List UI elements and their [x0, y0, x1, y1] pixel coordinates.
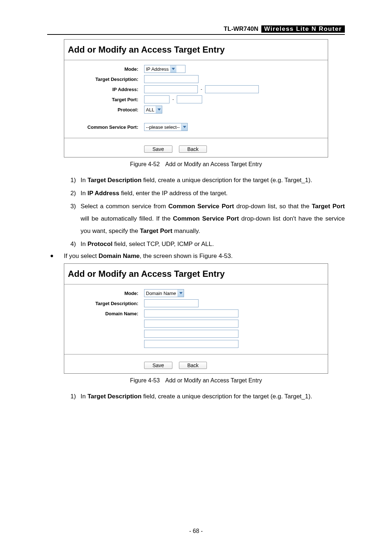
protocol-select-value: ALL	[146, 107, 154, 112]
figure2-caption: Figure 4-53 Add or Modify an Access Targ…	[47, 377, 345, 384]
bullet-note: ● If you select Domain Name, the screen …	[47, 251, 345, 263]
target-description-input[interactable]	[144, 75, 199, 83]
mode-select-value: IP Address	[146, 66, 169, 72]
divider	[64, 354, 328, 354]
svg-marker-2	[183, 126, 186, 128]
svg-marker-3	[179, 292, 183, 294]
mode-select[interactable]: IP Address	[144, 65, 185, 73]
target-description-label: Target Description:	[64, 301, 144, 306]
range-dash: -	[199, 87, 204, 92]
mode-label: Mode:	[64, 291, 144, 296]
instruction-1: In Target Description field, create a un…	[81, 174, 345, 186]
instructions-list-1: 1)In Target Description field, create a …	[47, 174, 345, 250]
figure1-caption: Figure 4-52 Add or Modify an Access Targ…	[47, 161, 345, 168]
divider	[64, 138, 328, 138]
range-dash: -	[171, 97, 175, 102]
target-description-input[interactable]	[144, 299, 199, 307]
protocol-select[interactable]: ALL	[144, 106, 162, 114]
ip-address-end-input[interactable]	[205, 85, 259, 93]
domain-name-label: Domain Name:	[64, 311, 144, 316]
back-button[interactable]: Back	[179, 145, 207, 153]
protocol-label: Protocol:	[64, 107, 144, 112]
domain-name-input-4[interactable]	[144, 340, 238, 348]
divider	[64, 284, 328, 284]
chevron-down-icon	[177, 290, 184, 297]
common-service-port-select[interactable]: --please select--	[144, 123, 188, 131]
svg-marker-0	[172, 68, 175, 70]
chevron-down-icon	[156, 106, 162, 113]
common-service-port-label: Common Service Port:	[64, 124, 144, 130]
mode-select-value: Domain Name	[146, 291, 176, 296]
ip-address-label: IP Address:	[64, 87, 144, 92]
chevron-down-icon	[170, 65, 176, 73]
mode-label: Mode:	[64, 66, 144, 72]
figure1-heading: Add or Modify an Access Target Entry	[64, 40, 328, 57]
mode-select[interactable]: Domain Name	[144, 289, 184, 297]
model-label: TL-WR740N	[221, 25, 261, 33]
page-number: - 68 -	[0, 528, 392, 534]
bullet-text: If you select Domain Name, the screen sh…	[64, 253, 233, 260]
figure-4-53: Add or Modify an Access Target Entry Mod…	[64, 263, 328, 374]
target-port-label: Target Port:	[64, 97, 144, 102]
instruction2-1: In Target Description field, create a un…	[81, 390, 345, 403]
ip-address-start-input[interactable]	[144, 85, 198, 93]
figure2-heading: Add or Modify an Access Target Entry	[64, 264, 328, 281]
domain-name-input-3[interactable]	[144, 330, 238, 338]
bullet-icon: ●	[47, 253, 64, 260]
figure-4-52: Add or Modify an Access Target Entry Mod…	[64, 39, 328, 157]
target-port-start-input[interactable]	[144, 95, 170, 103]
divider	[64, 60, 328, 60]
save-button[interactable]: Save	[144, 145, 172, 153]
common-service-port-value: --please select--	[146, 124, 180, 130]
domain-name-input-2[interactable]	[144, 320, 238, 328]
instruction-2: In IP Address field, enter the IP addres…	[81, 187, 345, 200]
back-button[interactable]: Back	[179, 362, 207, 369]
instruction-3: Select a common service from Common Serv…	[81, 200, 345, 237]
target-port-end-input[interactable]	[177, 95, 202, 103]
svg-marker-1	[158, 108, 161, 111]
chevron-down-icon	[181, 123, 187, 131]
instructions-list-2: 1)In Target Description field, create a …	[47, 390, 345, 403]
domain-name-input-1[interactable]	[144, 309, 238, 317]
header-rule	[47, 34, 345, 35]
target-description-label: Target Description:	[64, 77, 144, 82]
instruction-4: In Protocol field, select TCP, UDP, ICMP…	[81, 238, 345, 250]
page-header: TL-WR740N Wireless Lite N Router	[47, 25, 345, 33]
product-title: Wireless Lite N Router	[261, 25, 345, 33]
save-button[interactable]: Save	[144, 362, 172, 369]
